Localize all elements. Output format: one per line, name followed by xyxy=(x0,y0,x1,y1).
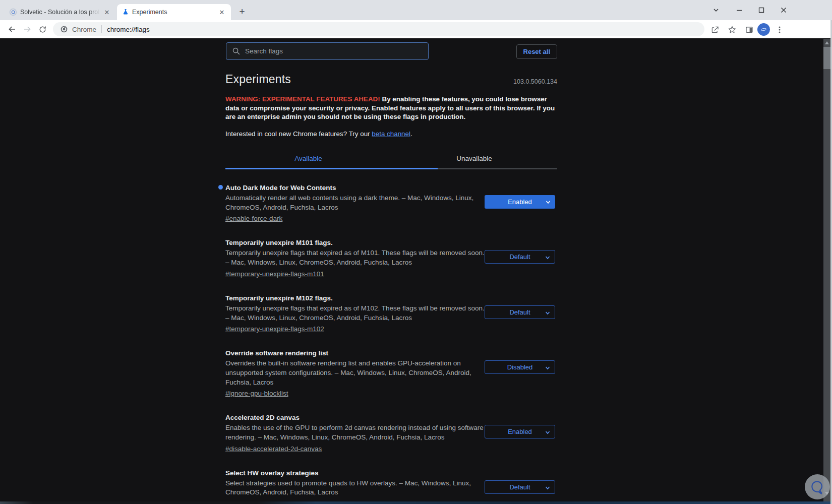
new-tab-button[interactable]: + xyxy=(236,6,248,18)
flag-value-select[interactable]: Enabled xyxy=(485,425,555,438)
flag-permalink[interactable]: #temporary-unexpire-flags-m102 xyxy=(225,324,324,334)
flag-value-label: Disabled xyxy=(507,363,533,371)
scrollbar[interactable] xyxy=(823,39,830,504)
solvetic-favicon-icon xyxy=(9,8,17,16)
flag-value-select[interactable]: Disabled xyxy=(485,360,555,374)
tab-available[interactable]: Available xyxy=(225,149,391,168)
flag-title: Accelerated 2D canvas xyxy=(225,413,557,422)
flag-title: Temporarily unexpire M102 flags. xyxy=(225,293,557,303)
flag-row: Temporarily unexpire M101 flags. Tempora… xyxy=(225,238,557,278)
tab-title: Experiments xyxy=(132,9,215,16)
beta-channel-link[interactable]: beta channel xyxy=(372,130,410,138)
flag-value-select[interactable]: Default xyxy=(485,250,555,264)
flag-row: Select HW overlay strategies Select stra… xyxy=(225,468,557,504)
flask-icon xyxy=(122,9,129,16)
tab-search-chevron-icon[interactable] xyxy=(705,0,727,20)
flag-description: Automatically render all web contents us… xyxy=(225,194,485,212)
flag-value-label: Default xyxy=(509,253,530,261)
search-icon xyxy=(232,47,241,55)
flags-list: Auto Dark Mode for Web Contents Automati… xyxy=(225,183,557,504)
scrollbar-up-icon[interactable] xyxy=(825,41,829,44)
flag-description: Temporarily unexpire flags that expired … xyxy=(225,248,485,267)
flags-tabstrip: Available Unavailable xyxy=(225,149,557,169)
flag-value-label: Enabled xyxy=(508,428,532,435)
selected-tab-underline xyxy=(225,168,438,169)
flag-value-label: Enabled xyxy=(508,198,532,206)
tab-solvetic[interactable]: Solvetic - Solución a los problem ✕ xyxy=(5,4,115,20)
browser-tab-bar: Solvetic - Solución a los problem ✕ Expe… xyxy=(0,0,832,20)
share-icon[interactable] xyxy=(708,23,722,36)
flag-title: Temporarily unexpire M101 flags. xyxy=(225,238,557,247)
browser-toolbar: Chrome chrome://flags xyxy=(0,20,832,38)
url-text: chrome://flags xyxy=(107,26,150,33)
side-panel-icon[interactable] xyxy=(742,23,756,36)
omnibox-separator xyxy=(101,25,102,33)
site-label: Chrome xyxy=(72,26,96,33)
chrome-logo-icon xyxy=(60,25,68,33)
flag-permalink[interactable]: #temporary-unexpire-flags-m101 xyxy=(225,269,324,279)
flag-row: Override software rendering list Overrid… xyxy=(225,348,557,398)
beta-channel-line: Interested in cool new Chrome features? … xyxy=(225,130,412,138)
tab-experiments[interactable]: Experiments ✕ xyxy=(117,4,231,20)
tab-close-icon[interactable]: ✕ xyxy=(218,8,226,16)
solvetic-watermark-logo xyxy=(805,474,830,499)
flag-row: Temporarily unexpire M102 flags. Tempora… xyxy=(225,293,557,334)
search-flags-box xyxy=(226,42,429,60)
flag-value-select[interactable]: Enabled xyxy=(485,195,555,209)
flag-title: Auto Dark Mode for Web Contents xyxy=(225,183,557,193)
window-minimize-button[interactable] xyxy=(728,0,750,20)
search-flags-input[interactable] xyxy=(245,47,423,55)
flag-row: Auto Dark Mode for Web Contents Automati… xyxy=(225,183,557,223)
tab-close-icon[interactable]: ✕ xyxy=(103,8,111,16)
back-icon[interactable] xyxy=(5,22,19,36)
flag-value-select[interactable]: Default xyxy=(485,480,555,494)
flag-description: Overrides the built-in software renderin… xyxy=(225,359,485,387)
flag-row: Accelerated 2D canvas Enables the use of… xyxy=(225,413,557,453)
flag-description: Temporarily unexpire flags that expired … xyxy=(225,304,485,323)
window-maximize-button[interactable] xyxy=(750,0,772,20)
warning-text: WARNING: EXPERIMENTAL FEATURES AHEAD! By… xyxy=(225,95,558,121)
beta-prefix: Interested in cool new Chrome features? … xyxy=(225,130,372,138)
flag-value-label: Default xyxy=(509,483,530,491)
forward-icon[interactable] xyxy=(20,22,34,36)
flag-permalink[interactable]: #ignore-gpu-blocklist xyxy=(225,389,288,398)
flag-modified-bullet-icon xyxy=(218,185,223,190)
browser-version: 103.0.5060.134 xyxy=(513,78,557,85)
flag-permalink[interactable]: #enable-force-dark xyxy=(225,214,282,223)
flag-value-label: Default xyxy=(509,308,530,316)
flag-title: Select HW overlay strategies xyxy=(225,468,557,478)
flag-value-select[interactable]: Default xyxy=(485,305,555,319)
flag-title: Override software rendering list xyxy=(225,348,557,358)
warning-highlight: WARNING: EXPERIMENTAL FEATURES AHEAD! xyxy=(225,95,380,103)
menu-kebab-icon[interactable] xyxy=(772,23,786,36)
window-bottom-edge xyxy=(0,501,830,504)
flag-description: Enables the use of the GPU to perform 2d… xyxy=(225,423,485,442)
reload-icon[interactable] xyxy=(35,22,49,36)
profile-avatar[interactable] xyxy=(757,23,770,36)
beta-suffix: . xyxy=(410,130,412,138)
flag-description: Select strategies used to promote quads … xyxy=(225,479,485,497)
tab-title: Solvetic - Solución a los problem xyxy=(20,9,100,16)
page-title: Experiments xyxy=(225,73,291,86)
flag-permalink[interactable]: #disable-accelerated-2d-canvas xyxy=(225,444,322,454)
reset-all-button[interactable]: Reset all xyxy=(516,44,557,59)
window-close-button[interactable] xyxy=(772,0,795,20)
tab-unavailable[interactable]: Unavailable xyxy=(391,149,557,168)
scrollbar-thumb[interactable] xyxy=(823,47,830,69)
address-bar[interactable]: Chrome chrome://flags xyxy=(53,22,704,36)
flags-page: Reset all Experiments 103.0.5060.134 WAR… xyxy=(0,39,823,504)
bookmark-star-icon[interactable] xyxy=(725,23,739,36)
